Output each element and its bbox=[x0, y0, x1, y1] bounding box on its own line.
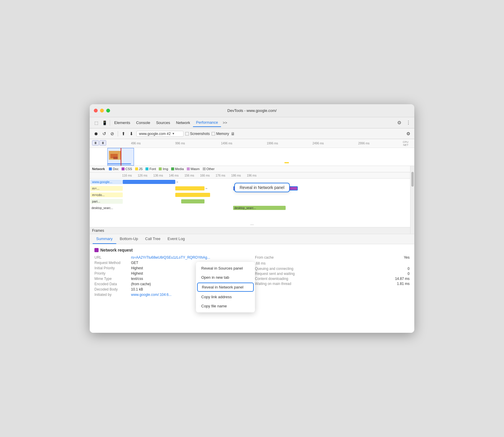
context-item-open-tab-label: Open in new tab bbox=[201, 275, 229, 280]
legend-doc-label: Doc bbox=[113, 167, 119, 171]
summary-method-key: Request Method bbox=[94, 261, 130, 265]
summary-title-text: Network request bbox=[100, 248, 133, 252]
summary-url-key: URL bbox=[94, 255, 130, 260]
summary-url-val[interactable]: rs=AA2YrTtu68wU8rQSEu1zLoTY_RQROYihAg... bbox=[131, 255, 249, 260]
timing-content-key: Content downloading bbox=[255, 277, 288, 281]
tooltip-reveal-network: Reveal in Network panel bbox=[234, 183, 290, 192]
net-row-3[interactable]: pari... bbox=[90, 198, 414, 205]
tab-call-tree[interactable]: Call Tree bbox=[142, 234, 164, 244]
cpu-label: CPU bbox=[403, 141, 408, 144]
tab-more[interactable]: >> bbox=[221, 120, 229, 125]
tab-summary[interactable]: Summary bbox=[93, 234, 116, 244]
legend-media-label: Media bbox=[175, 167, 184, 171]
tooltip-label: Reveal in Network panel bbox=[240, 185, 284, 190]
context-menu: Reveal in Sources panel Open in new tab … bbox=[196, 262, 255, 312]
net-row-bar-area-2 bbox=[123, 192, 414, 198]
marker-496: 496 ms bbox=[131, 142, 141, 145]
tab-sources[interactable]: Sources bbox=[153, 119, 173, 127]
tab-performance[interactable]: Performance bbox=[193, 118, 221, 127]
network-legend: Network Doc CSS JS Font Img bbox=[90, 166, 414, 172]
req-bar-3 bbox=[181, 199, 204, 203]
summary-title: Network request bbox=[94, 248, 410, 252]
timing-queuing-key: Queuing and connecting bbox=[255, 267, 293, 271]
context-item-reveal-network[interactable]: Reveal in Network panel bbox=[197, 283, 254, 292]
marker-2996: 2996 ms bbox=[358, 142, 369, 145]
legend-font: Font bbox=[145, 167, 156, 171]
tab-bottom-up[interactable]: Bottom-Up bbox=[116, 234, 142, 244]
timing-request-val: 0 bbox=[408, 272, 410, 276]
scrollbar[interactable] bbox=[410, 166, 414, 234]
summary-priority-key: Priority bbox=[94, 271, 130, 275]
minimize-button[interactable] bbox=[100, 109, 104, 112]
legend-font-dot bbox=[145, 167, 148, 170]
download-button[interactable]: ⬇ bbox=[128, 131, 135, 137]
url-selector[interactable]: www.google.com #2 ▼ bbox=[136, 131, 184, 137]
inspector-icon[interactable]: ⬚ bbox=[92, 119, 100, 127]
legend-js: JS bbox=[135, 167, 143, 171]
net-row-4[interactable]: desktop_searc... desktop_searc... bbox=[90, 205, 414, 211]
more-options-icon[interactable]: ⋮ bbox=[405, 119, 412, 127]
settings-icon[interactable]: ⚙ bbox=[396, 119, 402, 127]
arrow-0: → bbox=[175, 180, 179, 184]
legend-img: Img bbox=[159, 167, 168, 171]
legend-css-dot bbox=[122, 167, 125, 170]
network-request-icon bbox=[94, 248, 99, 252]
tab-event-log[interactable]: Event Log bbox=[164, 234, 189, 244]
upload-button[interactable]: ⬆ bbox=[120, 131, 127, 137]
summary-initiated-key: Initiated by bbox=[94, 293, 130, 297]
toolbar-gear-icon[interactable]: ⚙ bbox=[405, 131, 411, 137]
current-time-line bbox=[121, 148, 121, 166]
record-button[interactable]: ⏺ bbox=[93, 131, 99, 137]
legend-other-label: Other bbox=[207, 167, 215, 171]
net-row-2[interactable]: m=cdo... bbox=[90, 192, 414, 198]
frames-label: Frames bbox=[92, 229, 104, 233]
net-marker-116: 116 ms bbox=[122, 174, 132, 177]
summary-encoded-key: Encoded Data bbox=[94, 282, 130, 286]
legend-doc-dot bbox=[109, 167, 112, 170]
tab-elements[interactable]: Elements bbox=[111, 119, 133, 127]
reload-button[interactable]: ↺ bbox=[101, 131, 107, 137]
memory-checkbox[interactable] bbox=[212, 132, 215, 136]
flame-chart bbox=[90, 148, 414, 166]
pause-btn-2[interactable]: ⏸ bbox=[99, 140, 106, 146]
legend-wasm-label: Wasm bbox=[191, 167, 200, 171]
screenshots-checkbox[interactable] bbox=[185, 132, 189, 136]
legend-other-dot bbox=[203, 167, 206, 170]
device-toggle-icon[interactable]: 📱 bbox=[100, 119, 109, 127]
toolbar-settings-icon[interactable]: 🖥 bbox=[231, 131, 235, 136]
context-item-open-tab[interactable]: Open in new tab bbox=[196, 273, 255, 282]
duration-val: .68 ms bbox=[255, 261, 266, 265]
context-item-reveal-sources[interactable]: Reveal in Sources panel bbox=[196, 264, 255, 273]
timing-request: Request sent and waiting 0 bbox=[255, 272, 410, 276]
timing-content-val: 14.87 ms bbox=[395, 277, 410, 281]
context-item-copy-link[interactable]: Copy link address bbox=[196, 292, 255, 301]
context-item-copy-filename-label: Copy file name bbox=[201, 304, 227, 308]
url-dropdown-arrow[interactable]: ▼ bbox=[172, 132, 175, 135]
clear-button[interactable]: ⊘ bbox=[109, 131, 115, 137]
marker-1496: 1496 ms bbox=[221, 142, 232, 145]
summary-url-row: URL rs=AA2YrTtu68wU8rQSEu1zLoTY_RQROYihA… bbox=[94, 255, 249, 260]
req-bar-4: desktop_searc... bbox=[233, 206, 286, 210]
legend-img-label: Img bbox=[163, 167, 168, 171]
scrollbar-thumb[interactable] bbox=[411, 172, 414, 187]
legend-doc: Doc bbox=[109, 167, 119, 171]
time-ruler-top: 496 ms 996 ms 1496 ms 1996 ms 2496 ms 29… bbox=[90, 139, 414, 148]
from-cache-val: Yes bbox=[404, 255, 410, 260]
cpu-net-labels: CPU NET bbox=[403, 139, 408, 148]
legend-img-dot bbox=[159, 167, 162, 170]
duration-row: .68 ms bbox=[255, 261, 410, 265]
tab-network[interactable]: Network bbox=[173, 119, 193, 127]
titlebar: DevTools - www.google.com/ bbox=[90, 104, 414, 117]
close-button[interactable] bbox=[94, 109, 98, 112]
screenshots-label: Screenshots bbox=[190, 132, 210, 136]
time-ruler-network: 116 ms 126 ms 136 ms 146 ms 156 ms 166 m… bbox=[90, 172, 414, 179]
traffic-lights bbox=[94, 109, 110, 112]
pause-btn-1[interactable]: ⏸ bbox=[92, 140, 99, 146]
context-item-copy-filename[interactable]: Copy file name bbox=[196, 301, 255, 311]
net-marker-196: 196 ms bbox=[247, 174, 256, 177]
maximize-button[interactable] bbox=[106, 109, 110, 112]
timing-queuing: Queuing and connecting 0 bbox=[255, 267, 410, 271]
summary-panel: Network request URL rs=AA2YrTtu68wU8rQSE… bbox=[90, 244, 414, 333]
net-marker-186: 186 ms bbox=[231, 174, 241, 177]
tab-console[interactable]: Console bbox=[133, 119, 153, 127]
